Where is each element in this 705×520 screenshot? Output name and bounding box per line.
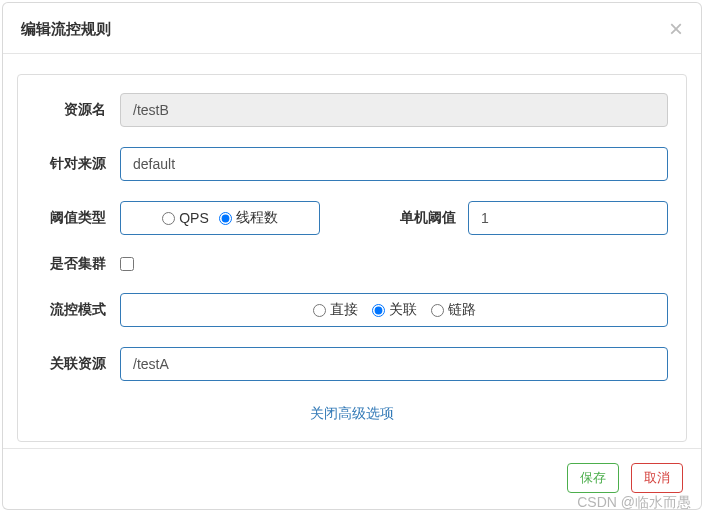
radio-threads-input[interactable] — [219, 212, 232, 225]
row-threshold-type: 阈值类型 QPS 线程数 单机阈值 — [36, 201, 668, 235]
radio-direct-input[interactable] — [313, 304, 326, 317]
modal-body: 资源名 针对来源 阈值类型 QPS 线程数 — [3, 54, 701, 448]
row-mode: 流控模式 直接 关联 链路 — [36, 293, 668, 327]
radio-qps-label: QPS — [179, 210, 209, 226]
resource-input — [120, 93, 668, 127]
row-limitapp: 针对来源 — [36, 147, 668, 181]
modal-footer: 保存 取消 — [3, 448, 701, 509]
radio-threads[interactable]: 线程数 — [219, 209, 278, 227]
cancel-button[interactable]: 取消 — [631, 463, 683, 493]
limitapp-label: 针对来源 — [36, 155, 120, 173]
row-cluster: 是否集群 — [36, 255, 668, 273]
save-button[interactable]: 保存 — [567, 463, 619, 493]
radio-qps[interactable]: QPS — [162, 210, 209, 226]
row-ref-resource: 关联资源 — [36, 347, 668, 381]
cluster-checkbox[interactable] — [120, 257, 134, 271]
form-panel: 资源名 针对来源 阈值类型 QPS 线程数 — [17, 74, 687, 442]
radio-relate-label: 关联 — [389, 301, 417, 319]
radio-relate[interactable]: 关联 — [372, 301, 417, 319]
threshold-input[interactable] — [468, 201, 668, 235]
row-resource: 资源名 — [36, 93, 668, 127]
edit-flow-rule-modal: 编辑流控规则 × 资源名 针对来源 阈值类型 QPS — [2, 2, 702, 510]
cluster-label: 是否集群 — [36, 255, 120, 273]
threshold-type-label: 阈值类型 — [36, 209, 120, 227]
modal-title: 编辑流控规则 — [21, 20, 111, 39]
advanced-toggle-link[interactable]: 关闭高级选项 — [36, 401, 668, 431]
threshold-label: 单机阈值 — [388, 209, 468, 227]
resource-label: 资源名 — [36, 101, 120, 119]
mode-label: 流控模式 — [36, 301, 120, 319]
mode-group: 直接 关联 链路 — [120, 293, 668, 327]
ref-resource-input[interactable] — [120, 347, 668, 381]
radio-direct-label: 直接 — [330, 301, 358, 319]
radio-chain-input[interactable] — [431, 304, 444, 317]
threshold-type-group: QPS 线程数 — [120, 201, 320, 235]
radio-chain[interactable]: 链路 — [431, 301, 476, 319]
ref-resource-label: 关联资源 — [36, 355, 120, 373]
radio-qps-input[interactable] — [162, 212, 175, 225]
close-icon[interactable]: × — [669, 17, 683, 41]
radio-relate-input[interactable] — [372, 304, 385, 317]
radio-chain-label: 链路 — [448, 301, 476, 319]
modal-header: 编辑流控规则 × — [3, 3, 701, 54]
radio-threads-label: 线程数 — [236, 209, 278, 227]
radio-direct[interactable]: 直接 — [313, 301, 358, 319]
limitapp-input[interactable] — [120, 147, 668, 181]
